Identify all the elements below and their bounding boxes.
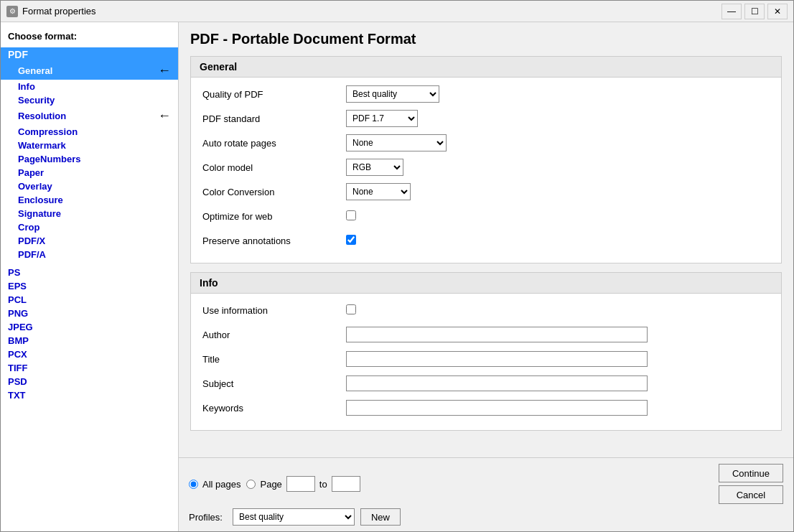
page-range-group: Page to [246,476,360,492]
general-section: General Quality of PDF Best quality High… [190,56,782,263]
title-label: Title [202,354,346,365]
color-conversion-row: Color Conversion None sRGB AdobeRGB [202,182,770,201]
cancel-button[interactable]: Cancel [719,485,783,504]
color-model-select[interactable]: RGB CMYK Grayscale [346,159,403,176]
sidebar-item-watermark[interactable]: Watermark [1,139,178,152]
color-conversion-select[interactable]: None sRGB AdobeRGB [346,183,411,200]
sidebar-item-pdf[interactable]: PDF [1,47,178,62]
sidebar-header: Choose format: [1,28,178,47]
subject-input[interactable] [346,375,648,391]
sidebar-item-enclosure[interactable]: Enclosure [1,193,178,207]
sidebar-item-txt[interactable]: TXT [1,388,178,402]
optimize-control [346,210,490,223]
new-button[interactable]: New [360,508,401,526]
preserve-annotations-checkbox[interactable] [346,235,356,245]
auto-rotate-row: Auto rotate pages None All PageByPage [202,134,770,152]
page-from-input[interactable] [286,476,315,492]
sidebar-item-png[interactable]: PNG [1,307,178,320]
keywords-label: Keywords [202,403,346,414]
sidebar-item-general[interactable]: General ← [1,62,178,80]
author-label: Author [202,330,346,340]
sidebar-item-security[interactable]: Security [1,93,178,107]
profiles-row: Profiles: Best quality High quality Medi… [189,508,783,526]
close-button[interactable]: ✕ [767,4,788,19]
sidebar-item-tiff[interactable]: TIFF [1,361,178,375]
info-section-body: Use information Author [191,294,781,430]
keywords-input[interactable] [346,400,648,416]
sidebar-item-jpeg[interactable]: JPEG [1,320,178,334]
main-area: Choose format: PDF General ← Info Securi… [1,22,793,531]
sidebar-item-pdfx[interactable]: PDF/X [1,234,178,248]
info-section-header: Info [191,273,781,294]
sidebar-item-pdfa[interactable]: PDF/A [1,248,178,261]
preserve-annotations-label: Preserve annotations [202,235,346,246]
window-controls: — ☐ ✕ [721,4,788,19]
use-info-row: Use information [202,301,770,319]
use-info-control [346,304,490,317]
window: ⚙ Format properties — ☐ ✕ Choose format:… [0,0,794,532]
sidebar: Choose format: PDF General ← Info Securi… [1,22,179,531]
author-input[interactable] [346,327,648,342]
pdf-group: PDF General ← Info Security Resolution ←… [1,47,178,261]
preserve-annotations-control [346,235,490,247]
minimize-button[interactable]: — [721,4,742,19]
preserve-annotations-row: Preserve annotations [202,231,770,250]
author-row: Author [202,325,770,344]
sidebar-item-bmp[interactable]: BMP [1,334,178,347]
window-title: Format properties [22,6,721,17]
bottom-bar: All pages Page to Continue Cancel [179,457,793,531]
page-range-radio[interactable] [246,480,256,489]
sidebar-item-paper[interactable]: Paper [1,166,178,179]
sidebar-item-eps[interactable]: EPS [1,279,178,293]
pdf-standard-control: PDF 1.7 PDF 1.6 PDF 1.5 PDF 1.4 PDF/A [346,110,490,127]
sidebar-item-pcx[interactable]: PCX [1,347,178,361]
sidebar-item-pcl[interactable]: PCL [1,293,178,307]
profiles-label: Profiles: [189,512,223,523]
color-conversion-control: None sRGB AdobeRGB [346,183,490,200]
color-model-control: RGB CMYK Grayscale [346,159,490,176]
color-model-label: Color model [202,162,346,173]
sidebar-item-signature[interactable]: Signature [1,207,178,220]
content-scroll[interactable]: PDF - Portable Document Format General Q… [179,22,793,457]
sidebar-item-overlay[interactable]: Overlay [1,179,178,193]
use-info-checkbox[interactable] [346,304,356,314]
pdf-standard-label: PDF standard [202,113,346,124]
optimize-label: Optimize for web [202,211,346,222]
sidebar-item-psd[interactable]: PSD [1,375,178,388]
sidebar-item-ps[interactable]: PS [1,266,178,279]
general-section-header: General [191,57,781,78]
pages-row: All pages Page to Continue Cancel [189,464,783,504]
auto-rotate-label: Auto rotate pages [202,138,346,149]
maximize-button[interactable]: ☐ [744,4,765,19]
sidebar-item-pagenumbers[interactable]: PageNumbers [1,152,178,166]
page-label: Page [260,479,281,490]
general-arrow-icon: ← [158,63,171,78]
title-input[interactable] [346,351,648,367]
auto-rotate-select[interactable]: None All PageByPage [346,134,447,151]
quality-label: Quality of PDF [202,89,346,100]
pdf-standard-row: PDF standard PDF 1.7 PDF 1.6 PDF 1.5 PDF… [202,109,770,128]
all-pages-group: All pages [189,479,240,490]
title-row: Title [202,350,770,368]
continue-button[interactable]: Continue [719,464,783,482]
info-section: Info Use information Author [190,272,782,431]
general-section-body: Quality of PDF Best quality High quality… [191,78,781,263]
quality-select[interactable]: Best quality High quality Medium quality… [346,85,439,103]
page-to-input[interactable] [332,476,360,492]
title-control [346,351,490,367]
all-pages-radio[interactable] [189,480,198,489]
color-model-row: Color model RGB CMYK Grayscale [202,158,770,177]
page-title: PDF - Portable Document Format [190,31,782,47]
keywords-control [346,400,490,416]
color-conversion-label: Color Conversion [202,187,346,197]
profiles-select[interactable]: Best quality High quality Medium quality [233,508,355,526]
sidebar-item-compression[interactable]: Compression [1,125,178,139]
title-bar: ⚙ Format properties — ☐ ✕ [1,1,793,22]
action-buttons: Continue Cancel [719,464,783,504]
pdf-standard-select[interactable]: PDF 1.7 PDF 1.6 PDF 1.5 PDF 1.4 PDF/A [346,110,418,127]
sidebar-item-info[interactable]: Info [1,80,178,93]
optimize-checkbox[interactable] [346,210,356,220]
quality-row: Quality of PDF Best quality High quality… [202,85,770,103]
sidebar-item-crop[interactable]: Crop [1,220,178,234]
sidebar-item-resolution[interactable]: Resolution ← [1,107,178,125]
